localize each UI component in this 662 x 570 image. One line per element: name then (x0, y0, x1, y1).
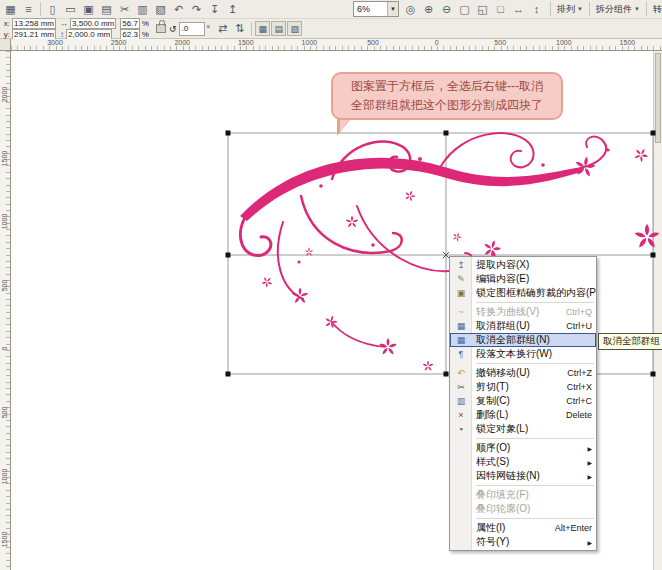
context-menu-item[interactable]: 叠印轮廓(O) (450, 502, 596, 516)
toolbar-text-button-2[interactable]: 转换▼ (650, 1, 662, 18)
zoom-height-icon[interactable]: ↕ (528, 1, 545, 18)
submenu-arrow-icon: ▶ (587, 473, 592, 480)
toolbar-text-button-label: 拆分组件 (596, 3, 632, 16)
vertical-scrollbar[interactable] (653, 51, 662, 570)
new-document-icon[interactable]: ▯ (44, 1, 61, 18)
percent-label: % (142, 30, 149, 39)
paste-icon[interactable]: ▧ (152, 1, 169, 18)
toolbar-main-icons-group: ▯▭▣▤✂▥▧↶↷↧↥ (44, 1, 241, 18)
scale-x-field[interactable]: 56.7 (120, 18, 140, 29)
cut-icon[interactable]: ✂ (116, 1, 133, 18)
h-ruler-label: 3000 (47, 39, 63, 46)
mirror-vertical-icon[interactable]: ⇅ (231, 20, 248, 37)
menu-icon[interactable]: ≡ (20, 1, 37, 18)
tooltip-text: 取消全部群组 (603, 335, 660, 346)
menu-item-label: 叠印填充(F) (476, 488, 529, 502)
import-icon[interactable]: ↧ (206, 1, 223, 18)
horizontal-ruler[interactable]: 30002500200015001000500050010001500 (11, 39, 662, 51)
standard-toolbar: ▦≡ ▯▭▣▤✂▥▧↶↷↧↥ 6% ▼ ◎⊕⊖▢◱□↔↕ 排列▼拆分组件▼转换▼ (0, 0, 662, 19)
context-menu-item[interactable]: 样式(S)▶ (450, 455, 596, 469)
height-field[interactable]: 2,000.0 mm (66, 29, 112, 40)
lock-contents-icon: ▣ (454, 288, 468, 298)
toolbar-text-button-label: 转换 (653, 3, 662, 16)
mirror-horizontal-icon[interactable]: ⇄ (214, 20, 231, 37)
x-position-field[interactable]: 13.258 mm (12, 18, 56, 29)
width-field[interactable]: 3,500.0 mm (70, 18, 116, 29)
toolbar-separator (251, 22, 252, 36)
toolbar-text-button-0[interactable]: 排列▼ (554, 1, 586, 18)
vertical-ruler[interactable]: 200015001000500050010001500 (0, 51, 11, 570)
property-bar: x:13.258 mm y:291.21 mm ↔3,500.0 mm ↕2,0… (0, 19, 662, 39)
h-ruler-label: 1500 (620, 39, 636, 46)
rotation-field[interactable]: .0 (179, 22, 205, 36)
context-menu-item[interactable]: ✎编辑内容(E) (450, 272, 596, 286)
object-position-fields[interactable]: x:13.258 mm y:291.21 mm (2, 18, 56, 40)
chevron-down-icon[interactable]: ▼ (387, 2, 398, 16)
menu-item-label: 样式(S) (476, 455, 509, 469)
zoom-level-combo[interactable]: 6% ▼ (353, 1, 399, 17)
context-menu-item[interactable]: ▣锁定图框精确剪裁的内容(P) (450, 286, 596, 300)
context-menu-item[interactable]: ▥复制(C)Ctrl+C (450, 394, 596, 408)
toolbar-separator (40, 2, 41, 16)
annotation-callout: 图案置于方框后，全选后右键---取消 全部群组就把这个图形分割成四块了 (331, 72, 563, 120)
redo-icon[interactable]: ↷ (188, 1, 205, 18)
menu-item-shortcut: Ctrl+Q (560, 307, 592, 317)
grid-icon[interactable]: ▦ (2, 1, 19, 18)
y-position-field[interactable]: 291.21 mm (12, 29, 56, 40)
context-menu-item[interactable]: ↥提取内容(X) (450, 258, 596, 272)
rotate-icon: ↺ (169, 24, 177, 34)
v-ruler-label: 500 (1, 403, 8, 423)
copy-icon[interactable]: ▥ (134, 1, 151, 18)
context-menu-item[interactable]: ¶段落文本换行(W) (450, 347, 596, 361)
h-ruler-label: 2000 (174, 39, 190, 46)
lock-ratio-icon[interactable] (156, 24, 166, 33)
context-menu-item[interactable]: 叠印填充(F) (450, 488, 596, 502)
scrollbar-thumb[interactable] (655, 53, 661, 143)
zoom-selected-icon[interactable]: ▢ (456, 1, 473, 18)
zoom-page-icon[interactable]: □ (492, 1, 509, 18)
menu-item-label: 删除(L) (476, 408, 508, 422)
zoom-width-icon[interactable]: ↔ (510, 1, 527, 18)
context-menu-item[interactable]: 因特网链接(N)▶ (450, 469, 596, 483)
property-bar-extra-button[interactable]: ▦ (255, 21, 270, 36)
cut-icon: ✂ (454, 382, 468, 392)
ruler-origin-corner[interactable] (0, 39, 11, 51)
object-size-fields[interactable]: ↔3,500.0 mm ↕2,000.0 mm (60, 18, 116, 40)
context-menu-item[interactable]: ~转换为曲线(V)Ctrl+Q (450, 305, 596, 319)
zoom-tools-group: ◎⊕⊖▢◱□↔↕ (402, 1, 545, 18)
open-folder-icon[interactable]: ▭ (62, 1, 79, 18)
toolbar-text-button-1[interactable]: 拆分组件▼ (593, 1, 643, 18)
zoom-all-icon[interactable]: ◱ (474, 1, 491, 18)
ungroup-icon: ▦ (454, 321, 468, 331)
undo-icon[interactable]: ↶ (170, 1, 187, 18)
context-menu-item[interactable]: ▪锁定对象(L) (450, 422, 596, 436)
scale-fields[interactable]: 56.7% 62.3% (120, 18, 149, 40)
property-bar-extra-button[interactable]: ▧ (287, 21, 302, 36)
context-menu-item[interactable]: ↶撤销移动(U)Ctrl+Z (450, 366, 596, 380)
context-menu-item[interactable]: ✂剪切(T)Ctrl+X (450, 380, 596, 394)
zoom-tool-icon[interactable]: ◎ (402, 1, 419, 18)
menu-item-shortcut: Alt+Enter (549, 523, 592, 533)
menu-item-label: 提取内容(X) (476, 258, 529, 272)
context-menu-item[interactable]: ×删除(L)Delete (450, 408, 596, 422)
menu-item-label: 属性(I) (476, 521, 505, 535)
menu-item-label: 顺序(O) (476, 441, 510, 455)
scale-y-field[interactable]: 62.3 (120, 29, 140, 40)
delete-icon: × (454, 410, 468, 420)
context-menu-item[interactable]: ▦取消群组(U)Ctrl+U (450, 319, 596, 333)
zoom-in-icon[interactable]: ⊕ (420, 1, 437, 18)
h-ruler-label: 1500 (238, 39, 254, 46)
property-bar-extra-button[interactable]: ▤ (271, 21, 286, 36)
undo-icon: ↶ (454, 368, 468, 378)
export-icon[interactable]: ↥ (224, 1, 241, 18)
toolbar-separator (550, 2, 551, 16)
context-menu-item[interactable]: 顺序(O)▶ (450, 441, 596, 455)
context-menu-item[interactable]: 符号(Y)▶ (450, 535, 596, 549)
print-icon[interactable]: ▤ (98, 1, 115, 18)
save-icon[interactable]: ▣ (80, 1, 97, 18)
context-menu-item[interactable]: ▦取消全部群组(N) (450, 333, 596, 347)
zoom-out-icon[interactable]: ⊖ (438, 1, 455, 18)
v-ruler-label: 2000 (1, 85, 8, 105)
h-ruler-label: 1000 (302, 39, 318, 46)
context-menu-item[interactable]: 属性(I)Alt+Enter (450, 521, 596, 535)
